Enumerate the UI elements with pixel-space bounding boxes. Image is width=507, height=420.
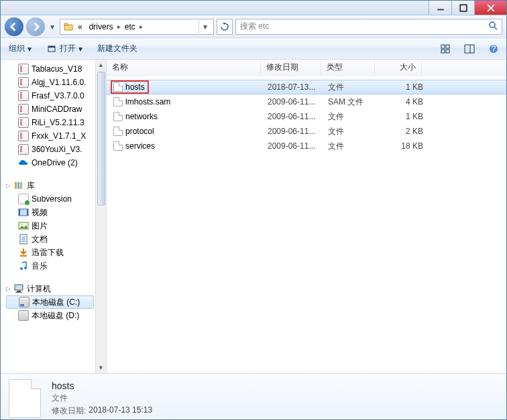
tree-item-label: 图片 <box>32 220 48 232</box>
archive-icon <box>18 104 29 115</box>
file-date: 2009-06-11... <box>268 97 328 107</box>
column-size[interactable]: 大小 <box>375 60 422 75</box>
tree-item[interactable]: 迅雷下载 <box>6 246 106 259</box>
computer-icon <box>13 283 24 294</box>
search-input[interactable]: 搜索 etc <box>235 19 502 35</box>
tree-item-label: RiLi_V5.2.11.3 <box>32 118 84 127</box>
file-size: 18 KB <box>382 141 429 151</box>
file-row[interactable]: hosts 2018-07-13... 文件 1 KB <box>107 80 506 94</box>
expand-icon[interactable]: ▷ <box>6 182 11 189</box>
tree-item-label: 迅雷下载 <box>32 247 64 259</box>
column-type[interactable]: 类型 <box>321 60 375 75</box>
breadcrumb-seg[interactable]: etc <box>122 22 138 31</box>
history-dropdown[interactable]: ▾ <box>48 17 57 36</box>
window-titlebar <box>1 1 506 15</box>
back-button[interactable] <box>5 17 23 36</box>
command-toolbar: 组织 ▾ 打开 ▾ 新建文件夹 ? <box>1 38 506 60</box>
sidebar-scrollbar[interactable]: ▲ ▼ <box>95 60 106 373</box>
file-row[interactable]: services 2009-06-11... 文件 18 KB <box>107 139 506 153</box>
chevron-right-icon[interactable]: ▸ <box>139 23 143 30</box>
svg-rect-33 <box>15 285 23 290</box>
details-pane: hosts 文件 修改日期:2018-07-13 15:13 大小:965 字节 <box>1 373 506 420</box>
svn-icon <box>18 194 29 204</box>
view-options-button[interactable] <box>438 42 453 56</box>
navigation-tree: Tablacus_V18Algj_V1.11.6.0.Frasf_V3.7.0.… <box>1 60 107 373</box>
file-icon <box>113 97 123 107</box>
file-type: 文件 <box>328 126 382 137</box>
file-date: 2009-06-11... <box>268 141 328 151</box>
music-icon <box>18 261 29 271</box>
details-filename: hosts <box>52 380 152 391</box>
tree-item[interactable]: 360YouXi_V3. <box>6 143 106 156</box>
tree-item[interactable]: 视频 <box>6 206 106 219</box>
tree-item[interactable]: Algj_V1.11.6.0. <box>6 76 106 89</box>
archive-icon <box>18 131 29 141</box>
scrollbar-thumb[interactable] <box>97 72 105 206</box>
file-icon <box>113 127 123 136</box>
tree-item-drive[interactable]: 本地磁盘 (C:) <box>6 295 94 309</box>
svg-rect-19 <box>17 182 19 189</box>
tree-item-label: MiniCADDraw <box>32 104 82 114</box>
svg-line-7 <box>494 27 497 29</box>
organize-menu[interactable]: 组织 ▾ <box>6 42 34 56</box>
scroll-up-icon[interactable]: ▲ <box>96 60 106 70</box>
tree-group-computer[interactable]: ▷计算机 <box>6 282 106 295</box>
tree-item[interactable]: OneDrive (2) <box>6 156 106 169</box>
new-folder-button[interactable]: 新建文件夹 <box>95 42 140 56</box>
open-button[interactable]: 打开 ▾ <box>44 42 85 56</box>
address-breadcrumb[interactable]: « drivers ▸ etc ▸ ▾ <box>60 19 214 35</box>
tree-item[interactable]: MiniCADDraw <box>6 102 106 116</box>
file-row[interactable]: protocol 2009-06-11... 文件 2 KB <box>107 124 506 139</box>
tree-item-label: 360YouXi_V3. <box>32 145 82 154</box>
scroll-down-icon[interactable]: ▼ <box>96 362 106 373</box>
preview-pane-button[interactable] <box>462 42 477 56</box>
column-date[interactable]: 修改日期 <box>261 60 321 75</box>
minimize-button[interactable] <box>429 1 451 15</box>
tree-item[interactable]: 图片 <box>6 219 106 232</box>
maximize-button[interactable] <box>451 1 474 15</box>
svg-point-31 <box>20 267 23 270</box>
svg-point-6 <box>490 22 495 27</box>
tree-item[interactable]: RiLi_V5.2.11.3 <box>6 116 106 129</box>
refresh-button[interactable] <box>217 19 233 35</box>
picture-icon <box>18 220 29 231</box>
help-button[interactable]: ? <box>486 42 501 56</box>
column-headers: 名称 修改日期 类型 大小 <box>107 60 506 76</box>
video-icon <box>18 207 29 218</box>
svg-rect-12 <box>441 50 445 53</box>
tree-item-drive[interactable]: 本地磁盘 (D:) <box>6 309 106 322</box>
archive-icon <box>18 90 29 101</box>
tree-item[interactable]: Tablacus_V18 <box>6 62 106 76</box>
breadcrumb-dropdown[interactable]: ▾ <box>199 19 211 35</box>
drive-icon <box>18 310 29 321</box>
file-name: networks <box>125 112 158 121</box>
download-icon <box>18 247 29 258</box>
forward-button[interactable] <box>26 17 45 36</box>
file-date: 2009-06-11... <box>268 112 328 121</box>
breadcrumb-seg[interactable]: drivers <box>87 22 116 31</box>
file-size: 2 KB <box>382 127 429 136</box>
tree-item[interactable]: 文档 <box>6 232 106 246</box>
tree-item[interactable]: Subversion <box>6 192 106 206</box>
details-date-value: 2018-07-13 15:13 <box>89 405 152 417</box>
archive-icon <box>18 64 29 74</box>
drive-icon <box>19 297 30 307</box>
svg-rect-20 <box>20 182 22 189</box>
svg-rect-23 <box>27 209 28 216</box>
tree-group-libraries[interactable]: ▷库 <box>6 179 106 192</box>
tree-item[interactable]: Frasf_V3.7.0.0 <box>6 89 106 102</box>
file-row[interactable]: lmhosts.sam 2009-06-11... SAM 文件 4 KB <box>107 94 506 109</box>
file-row[interactable]: networks 2009-06-11... 文件 1 KB <box>107 109 506 124</box>
column-name[interactable]: 名称 <box>107 60 261 75</box>
tree-item[interactable]: 音乐 <box>6 259 106 273</box>
close-button[interactable] <box>474 1 506 15</box>
svg-rect-34 <box>17 291 21 292</box>
tree-item[interactable]: Fxxk_V1.7.1_X <box>6 129 106 143</box>
expand-icon[interactable]: ▷ <box>6 285 11 292</box>
svg-rect-35 <box>15 292 22 293</box>
chevron-right-icon[interactable]: ▸ <box>117 23 121 30</box>
folder-icon <box>63 21 74 32</box>
tree-item-label: Algj_V1.11.6.0. <box>32 78 86 87</box>
file-icon <box>113 141 123 151</box>
svg-rect-5 <box>64 23 68 25</box>
